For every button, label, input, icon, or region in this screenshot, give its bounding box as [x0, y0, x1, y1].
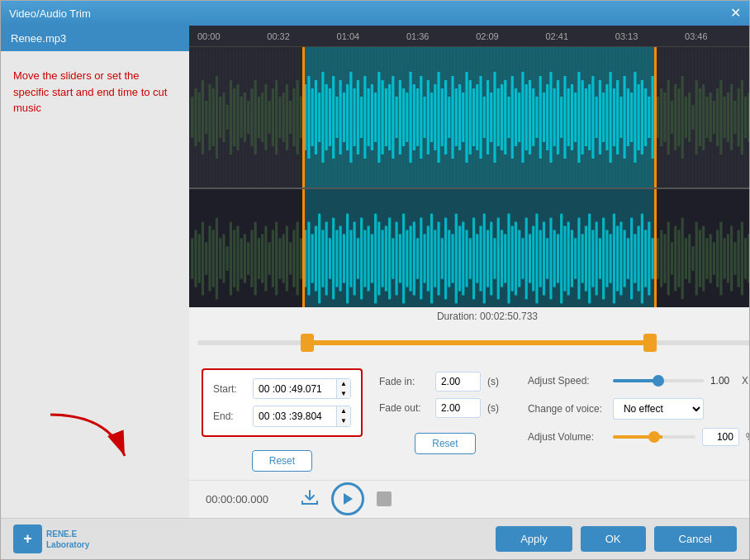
fade-in-unit: (s): [487, 376, 499, 387]
annotation-area: Move the sliders or set the specific sta…: [1, 51, 189, 518]
start-time-input[interactable]: [254, 380, 336, 398]
end-time-input[interactable]: [254, 407, 336, 425]
red-arrow-indicator: [42, 406, 141, 477]
svg-rect-321: [699, 230, 701, 287]
slider-filled: [307, 340, 649, 345]
volume-value[interactable]: [702, 428, 739, 446]
volume-slider[interactable]: [613, 435, 695, 439]
svg-rect-315: [677, 230, 680, 287]
volume-row: Adjust Volume: %: [528, 428, 749, 446]
svg-rect-205: [289, 242, 292, 275]
svg-rect-330: [730, 226, 733, 292]
end-time-row: End: ▲ ▼: [213, 406, 351, 426]
export-icon: [301, 490, 319, 505]
close-button[interactable]: ✕: [730, 7, 741, 20]
svg-rect-312: [667, 222, 670, 296]
fade-in-input[interactable]: [435, 372, 481, 392]
speed-label: Adjust Speed:: [528, 375, 606, 387]
svg-rect-318: [688, 234, 691, 282]
trim-reset-button[interactable]: Reset: [252, 450, 312, 472]
svg-rect-207: [297, 222, 299, 296]
slider-thumb-right[interactable]: [643, 334, 657, 352]
svg-rect-184: [216, 218, 218, 300]
volume-unit: %: [746, 431, 749, 443]
fade-reset-row: Reset: [379, 418, 511, 454]
voice-select[interactable]: No effect Male Female Child Robot: [613, 398, 704, 420]
svg-rect-179: [198, 234, 201, 282]
svg-rect-206: [292, 230, 295, 287]
svg-rect-189: [233, 230, 235, 287]
svg-rect-202: [278, 238, 281, 278]
svg-rect-190: [236, 226, 239, 292]
apply-button[interactable]: Apply: [496, 526, 572, 552]
speed-slider[interactable]: [613, 379, 704, 382]
svg-rect-201: [275, 222, 278, 296]
brand-area: + RENE.E Laboratory: [13, 524, 89, 553]
svg-rect-177: [191, 238, 193, 278]
svg-rect-326: [716, 230, 719, 287]
ok-button[interactable]: OK: [581, 526, 646, 552]
timeline-mark-4: 02:09: [476, 31, 499, 41]
start-time-input-wrap[interactable]: ▲ ▼: [253, 378, 351, 399]
timeline-mark-0: 00:00: [197, 31, 221, 41]
svg-rect-194: [250, 230, 253, 287]
svg-rect-197: [261, 234, 263, 282]
slider-track[interactable]: [197, 340, 749, 345]
svg-rect-334: [744, 238, 747, 278]
svg-rect-175: [189, 189, 302, 307]
slider-area[interactable]: [189, 325, 749, 360]
brand-logo: +: [13, 524, 42, 553]
cancel-button[interactable]: Cancel: [654, 526, 737, 552]
brand-line1: RENE.E: [46, 529, 89, 539]
file-name: Renee.mp3: [1, 26, 189, 51]
svg-rect-186: [222, 234, 225, 282]
waveform-upper: // Generate waveform bars - this is deco…: [189, 47, 749, 187]
svg-rect-316: [681, 218, 684, 300]
svg-rect-310: [660, 230, 662, 287]
svg-rect-311: [663, 234, 666, 282]
svg-rect-183: [212, 230, 215, 287]
svg-rect-198: [264, 226, 267, 292]
svg-rect-204: [286, 226, 288, 292]
fade-out-row: Fade out: (s): [379, 398, 511, 418]
slider-thumb-left[interactable]: [301, 334, 314, 352]
svg-rect-191: [240, 238, 243, 278]
svg-marker-345: [344, 493, 353, 505]
fade-reset-button[interactable]: Reset: [415, 433, 475, 454]
start-spinner-up[interactable]: ▲: [337, 379, 350, 389]
end-spinner-up[interactable]: ▲: [337, 406, 350, 416]
annotation-text: Move the sliders or set the specific sta…: [13, 68, 177, 116]
svg-rect-319: [691, 246, 694, 271]
fade-section: Fade in: (s) Fade out: (s) Reset: [379, 368, 511, 454]
svg-rect-192: [244, 234, 246, 282]
end-spinner-down[interactable]: ▼: [337, 416, 350, 426]
waveform-selected-lower: [302, 189, 654, 307]
end-time-input-wrap[interactable]: ▲ ▼: [253, 406, 351, 426]
svg-rect-333: [741, 222, 743, 296]
fade-out-unit: (s): [487, 402, 499, 414]
svg-rect-325: [713, 242, 715, 275]
trim-reset-row: Reset: [202, 444, 363, 472]
svg-rect-329: [727, 234, 729, 282]
fade-inputs: Fade in: (s) Fade out: (s): [379, 368, 511, 418]
voice-label: Change of voice:: [528, 403, 606, 415]
main-content: Renee.mp3 Move the sliders or set the sp…: [1, 26, 749, 518]
stop-button[interactable]: [377, 491, 392, 506]
svg-rect-332: [738, 230, 740, 287]
timeline-marks: 00:00 00:32 01:04 01:36 02:09 02:41 03:1…: [197, 31, 749, 41]
start-spinner-down[interactable]: ▼: [337, 389, 350, 399]
brand-text: RENE.E Laboratory: [46, 529, 89, 550]
svg-rect-180: [202, 222, 204, 296]
fade-in-label: Fade in:: [379, 376, 429, 387]
duration-bar: Duration: 00:02:50.733: [189, 307, 749, 325]
timeline-mark-1: 00:32: [267, 31, 290, 41]
play-button[interactable]: [331, 482, 364, 515]
svg-rect-309: [657, 238, 659, 278]
svg-rect-327: [719, 222, 722, 296]
fade-out-input[interactable]: [435, 398, 481, 418]
trim-line-right-lower: [654, 189, 657, 307]
svg-rect-185: [219, 238, 221, 278]
export-button[interactable]: [301, 490, 319, 509]
svg-rect-196: [258, 238, 260, 278]
bottom-bar: + RENE.E Laboratory Apply OK Cancel: [1, 518, 749, 559]
